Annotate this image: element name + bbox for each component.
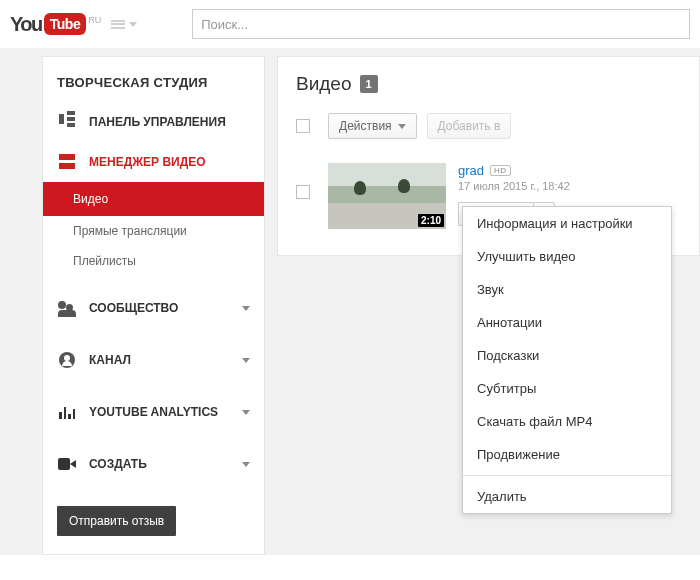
sidebar-item-create[interactable]: СОЗДАТЬ [43, 438, 264, 490]
heading-text: Видео [296, 73, 352, 95]
select-all-checkbox[interactable] [296, 119, 310, 133]
chevron-down-icon [242, 306, 250, 311]
chevron-down-icon [242, 410, 250, 415]
search-wrap [192, 9, 690, 39]
sidebar-item-label: МЕНЕДЖЕР ВИДЕО [89, 155, 250, 169]
video-thumbnail[interactable]: 2:10 [328, 163, 446, 229]
menu-item-subtitles[interactable]: Субтитры [463, 372, 671, 405]
menu-item-enhance[interactable]: Улучшить видео [463, 240, 671, 273]
menu-icon [111, 18, 125, 30]
hd-badge: HD [490, 165, 511, 176]
menu-item-promote[interactable]: Продвижение [463, 438, 671, 471]
sidebar-item-video-manager[interactable]: МЕНЕДЖЕР ВИДЕО [43, 142, 264, 182]
sidebar-sub-videos[interactable]: Видео [43, 182, 264, 216]
sidebar-item-dashboard[interactable]: ПАНЕЛЬ УПРАВЛЕНИЯ [43, 102, 264, 142]
channel-icon [57, 350, 77, 370]
analytics-icon [57, 402, 77, 422]
sidebar-item-community[interactable]: СООБЩЕСТВО [43, 282, 264, 334]
top-bar: You Tube RU [0, 0, 700, 48]
menu-item-download-mp4[interactable]: Скачать файл МР4 [463, 405, 671, 438]
chevron-down-icon [242, 358, 250, 363]
sidebar-item-label: YOUTUBE ANALYTICS [89, 405, 242, 419]
menu-item-info[interactable]: Информация и настройки [463, 207, 671, 240]
camera-icon [57, 454, 77, 474]
logo[interactable]: You Tube RU [10, 13, 101, 36]
sidebar-item-label: КАНАЛ [89, 353, 242, 367]
sidebar-item-channel[interactable]: КАНАЛ [43, 334, 264, 386]
page-body: ТВОРЧЕСКАЯ СТУДИЯ ПАНЕЛЬ УПРАВЛЕНИЯ МЕНЕ… [0, 48, 700, 555]
logo-tube: Tube [44, 13, 86, 35]
video-date: 17 июля 2015 г., 18:42 [458, 180, 570, 192]
sidebar-title: ТВОРЧЕСКАЯ СТУДИЯ [43, 57, 264, 102]
row-checkbox[interactable] [296, 185, 310, 199]
logo-region: RU [88, 15, 101, 25]
chevron-down-icon [242, 462, 250, 467]
sidebar-item-analytics[interactable]: YOUTUBE ANALYTICS [43, 386, 264, 438]
button-label: Добавить в [438, 119, 501, 133]
feedback-button[interactable]: Отправить отзыв [57, 506, 176, 536]
video-duration: 2:10 [418, 214, 444, 227]
video-count-badge: 1 [360, 75, 378, 93]
chevron-down-icon [129, 22, 137, 27]
edit-dropdown-menu: Информация и настройки Улучшить видео Зв… [462, 206, 672, 514]
page-heading: Видео 1 [296, 73, 681, 95]
bulk-action-row: Действия Добавить в [296, 113, 681, 139]
add-to-button[interactable]: Добавить в [427, 113, 512, 139]
video-title-link[interactable]: grad [458, 163, 484, 178]
main-area: Видео 1 Действия Добавить в [277, 56, 700, 256]
dashboard-icon [57, 112, 77, 132]
sidebar-sub-live[interactable]: Прямые трансляции [43, 216, 264, 246]
chevron-down-icon [398, 124, 406, 129]
menu-item-annotations[interactable]: Аннотации [463, 306, 671, 339]
sidebar-item-label: СОЗДАТЬ [89, 457, 242, 471]
search-input[interactable] [192, 9, 690, 39]
sidebar-sub-playlists[interactable]: Плейлисты [43, 246, 264, 282]
actions-button[interactable]: Действия [328, 113, 417, 139]
sidebar-item-label: ПАНЕЛЬ УПРАВЛЕНИЯ [89, 115, 250, 129]
logo-you: You [10, 13, 42, 36]
menu-item-delete[interactable]: Удалить [463, 480, 671, 513]
button-label: Действия [339, 119, 392, 133]
sidebar: ТВОРЧЕСКАЯ СТУДИЯ ПАНЕЛЬ УПРАВЛЕНИЯ МЕНЕ… [42, 56, 265, 555]
guide-toggle[interactable] [111, 18, 137, 30]
menu-item-audio[interactable]: Звук [463, 273, 671, 306]
sidebar-item-label: СООБЩЕСТВО [89, 301, 242, 315]
community-icon [57, 298, 77, 318]
video-manager-icon [57, 152, 77, 172]
menu-item-cards[interactable]: Подсказки [463, 339, 671, 372]
menu-separator [463, 475, 671, 476]
